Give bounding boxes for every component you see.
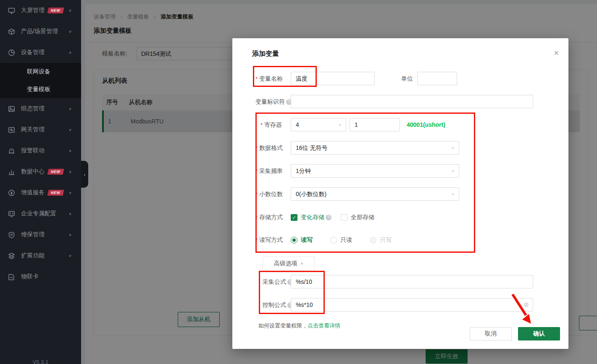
sidebar-item-gateway[interactable]: 网关管理 ∨ — [0, 119, 81, 140]
required-mark: * — [255, 76, 258, 82]
collect-freq-select[interactable]: 1分钟 ∨ — [291, 164, 459, 178]
storage-option-all-label: 全部存储 — [351, 214, 374, 221]
sidebar-item-label: 维保管理 — [21, 231, 45, 238]
shield-icon — [8, 231, 15, 238]
sidebar-item-label: 组态管理 — [21, 105, 45, 113]
close-icon[interactable]: ✕ — [554, 49, 559, 57]
rw-option-writeonly-label: 只写 — [380, 236, 392, 244]
sidebar-item-iot-card[interactable]: 物联卡 — [0, 266, 81, 287]
coin-icon — [8, 189, 15, 196]
collapse-icon: ‹ — [84, 171, 85, 178]
sidebar-item-label: 数据中心 — [21, 168, 45, 175]
sim-card-icon — [8, 273, 15, 280]
permission-note: 如何设置变量权限，点击查看详情 — [258, 322, 340, 330]
sidebar-item-alarm[interactable]: 报警联动 ∨ — [0, 140, 81, 161]
register-label: *寄存器 — [260, 118, 282, 132]
chevron-down-icon: ∨ — [338, 120, 342, 130]
sidebar-item-networked-devices[interactable]: 联网设备 — [0, 63, 81, 81]
sidebar-item-enterprise-config[interactable]: 企业专属配置 ∨ — [0, 203, 81, 224]
sidebar-item-device[interactable]: 设备管理 ∧ — [0, 42, 81, 63]
screen-icon — [8, 7, 15, 14]
checkbox-unchecked[interactable] — [341, 214, 347, 221]
radio-unselected[interactable] — [330, 237, 337, 244]
collect-formula-input[interactable]: %s/10 — [291, 275, 533, 288]
radio-disabled — [370, 237, 376, 244]
sidebar-item-variable-template[interactable]: 变量模板 — [0, 81, 81, 98]
sidebar-item-value-added[interactable]: 增值服务 NEW ∨ — [0, 182, 81, 203]
sidebar-item-label: 企业专属配置 — [21, 210, 56, 217]
chevron-down-icon: ∨ — [68, 170, 72, 174]
bar-chart-icon — [8, 168, 15, 175]
radio-selected[interactable] — [291, 237, 297, 244]
required-mark: * — [260, 122, 263, 128]
chevron-down-icon: ∨ — [451, 189, 455, 199]
sidebar-item-label: 报警联动 — [21, 147, 45, 155]
chevron-down-icon: ∨ — [68, 107, 72, 111]
rw-option-readonly-label: 只读 — [340, 236, 352, 244]
decimals-select[interactable]: 0(小数位数) ∨ — [291, 187, 459, 201]
chevron-down-icon: ∨ — [68, 29, 72, 34]
data-format-select[interactable]: 16位 无符号 ∨ — [291, 141, 459, 155]
required-mark: * — [255, 214, 258, 220]
new-badge: NEW — [47, 8, 64, 13]
register-address-input[interactable]: 1 — [350, 118, 400, 131]
sidebar: 大屏管理 NEW ∨ 产品/场景管理 ∨ 设备管理 ∧ 联网设备 变量模板 组态… — [0, 0, 81, 364]
sidebar-item-label: 产品/场景管理 — [21, 28, 58, 35]
help-icon[interactable]: ? — [326, 215, 331, 220]
chevron-down-icon: ∨ — [451, 143, 455, 153]
chevron-down-icon: ∨ — [68, 212, 72, 216]
unit-input[interactable] — [417, 72, 457, 85]
new-badge: NEW — [47, 169, 64, 175]
sidebar-item-extensions[interactable]: 扩展功能 ∨ — [0, 245, 81, 266]
clear-input-icon[interactable]: ⊗ — [523, 301, 529, 308]
sidebar-submenu-device: 联网设备 变量模板 — [0, 63, 81, 98]
pie-chart-icon — [8, 49, 15, 56]
sidebar-item-bigscreen[interactable]: 大屏管理 NEW ∨ — [0, 0, 81, 21]
view-details-link[interactable]: 点击查看详情 — [308, 322, 340, 329]
confirm-button[interactable]: 确认 — [518, 327, 560, 340]
chevron-down-icon: ∨ — [68, 8, 72, 13]
register-type-select[interactable]: 4 ∨ — [291, 118, 346, 131]
sidebar-item-label: 网关管理 — [21, 126, 45, 134]
sidebar-item-datacenter[interactable]: 数据中心 NEW ∨ — [0, 161, 81, 182]
required-mark: * — [255, 145, 258, 151]
sidebar-collapse-handle[interactable]: ‹ — [81, 161, 88, 188]
version-label: V5.3.1 — [0, 359, 81, 364]
identifier-label: 变量标识符? — [255, 95, 292, 108]
sidebar-item-label: 变量模板 — [27, 86, 50, 93]
required-mark: * — [255, 191, 258, 197]
gateway-icon — [8, 126, 15, 134]
chevron-up-icon: ∧ — [300, 262, 303, 265]
identifier-input[interactable] — [291, 95, 533, 108]
unit-label: 单位 — [401, 72, 413, 85]
new-badge: NEW — [47, 190, 64, 196]
sidebar-item-label: 大屏管理 — [21, 7, 45, 14]
add-variable-modal: 添加变量 ✕ *变量名称 温度 单位 变量标识符? *寄存器 4 ∨ 1 400… — [232, 38, 568, 349]
required-mark: * — [255, 168, 258, 174]
required-mark: * — [255, 237, 258, 243]
variable-name-label: *变量名称 — [255, 72, 283, 86]
control-formula-input[interactable]: %s*10 ⊗ — [291, 298, 533, 312]
checkbox-checked[interactable]: ✓ — [291, 214, 297, 221]
rw-mode-label: *读写方式 — [255, 233, 283, 247]
app-window: 大屏管理 NEW ∨ 产品/场景管理 ∨ 设备管理 ∧ 联网设备 变量模板 组态… — [0, 0, 597, 364]
sidebar-item-maintenance[interactable]: 维保管理 ∨ — [0, 224, 81, 245]
chevron-down-icon: ∨ — [68, 254, 72, 258]
modal-title: 添加变量 — [252, 50, 279, 58]
variable-name-input[interactable]: 温度 — [291, 72, 375, 85]
chevron-down-icon: ∨ — [451, 166, 455, 176]
chevron-down-icon: ∨ — [68, 191, 72, 195]
control-formula-label: 控制公式? — [263, 298, 293, 312]
sidebar-item-scada[interactable]: 组态管理 ∨ — [0, 98, 81, 119]
cancel-button[interactable]: 取消 — [470, 327, 512, 340]
register-hint: 40001(ushort) — [407, 118, 445, 131]
sidebar-item-label: 联网设备 — [27, 68, 50, 76]
collect-formula-label: 采集公式? — [263, 275, 293, 288]
sidebar-item-label: 物联卡 — [21, 273, 39, 280]
chevron-down-icon: ∨ — [68, 128, 72, 132]
image-icon — [8, 105, 15, 113]
storage-option-change-label: 变化存储 — [301, 214, 324, 221]
sidebar-item-product[interactable]: 产品/场景管理 ∨ — [0, 21, 81, 42]
storage-mode-label: *存储方式 — [255, 210, 283, 224]
advanced-options-toggle[interactable]: 高级选项 ∧ — [263, 257, 315, 270]
